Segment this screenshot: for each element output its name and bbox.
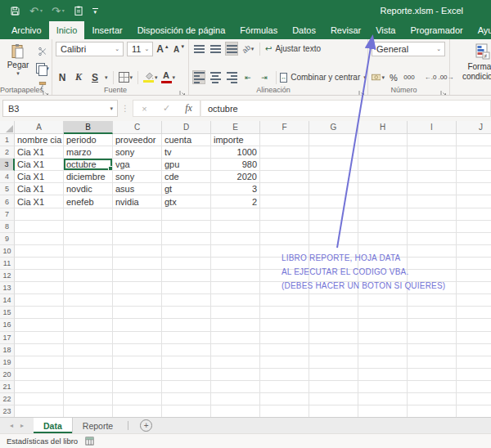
- cell-F19[interactable]: [260, 356, 309, 369]
- sheet-nav-next-icon[interactable]: ▸: [20, 422, 24, 429]
- cell-J5[interactable]: [457, 183, 491, 195]
- cell-B8[interactable]: [64, 221, 113, 233]
- paste-button[interactable]: Pegar ▾: [3, 42, 33, 77]
- cell-C10[interactable]: [113, 245, 162, 258]
- cell-E19[interactable]: [211, 356, 260, 369]
- cell-A2[interactable]: Cia X1: [15, 146, 64, 159]
- cell-A17[interactable]: [15, 332, 64, 344]
- cell-A21[interactable]: [15, 381, 64, 393]
- percent-style-button[interactable]: %: [387, 70, 400, 84]
- name-box[interactable]: B3 ▾: [2, 100, 118, 117]
- cell-F9[interactable]: [260, 233, 309, 245]
- increase-indent-button[interactable]: ⇥: [258, 70, 271, 84]
- cell-I10[interactable]: [408, 245, 457, 258]
- cell-G10[interactable]: [309, 245, 358, 258]
- cell-D1[interactable]: cuenta: [162, 134, 211, 146]
- paste-dropdown-icon[interactable]: ▾: [16, 70, 20, 77]
- cell-E14[interactable]: [211, 294, 260, 307]
- cell-E8[interactable]: [211, 221, 260, 233]
- row-header-2[interactable]: 2: [0, 146, 15, 159]
- cell-J19[interactable]: [457, 356, 491, 369]
- cell-G13[interactable]: [309, 282, 358, 294]
- column-header-I[interactable]: I: [408, 121, 457, 134]
- cell-A13[interactable]: [15, 282, 64, 294]
- cell-J1[interactable]: [457, 134, 491, 146]
- align-center-button[interactable]: [209, 70, 222, 84]
- cell-C13[interactable]: [113, 282, 162, 294]
- column-header-G[interactable]: G: [309, 121, 358, 134]
- cell-C15[interactable]: [113, 307, 162, 319]
- cell-H18[interactable]: [358, 344, 408, 356]
- cell-H19[interactable]: [358, 356, 408, 369]
- cell-C22[interactable]: [113, 393, 162, 405]
- cell-I11[interactable]: [408, 258, 457, 270]
- row-header-6[interactable]: 6: [0, 195, 15, 208]
- cell-I8[interactable]: [408, 221, 457, 233]
- row-header-7[interactable]: 7: [0, 208, 15, 221]
- cell-E20[interactable]: [211, 369, 260, 381]
- row-header-17[interactable]: 17: [0, 332, 15, 344]
- cell-J10[interactable]: [457, 245, 491, 258]
- cell-C14[interactable]: [113, 294, 162, 307]
- cell-I9[interactable]: [408, 233, 457, 245]
- cell-B1[interactable]: periodo: [64, 134, 113, 146]
- cell-H11[interactable]: [358, 258, 408, 270]
- cell-D17[interactable]: [162, 332, 211, 344]
- accounting-format-button[interactable]: ▾: [372, 70, 385, 84]
- cell-I1[interactable]: [408, 134, 457, 146]
- cell-G15[interactable]: [309, 307, 358, 319]
- cell-F15[interactable]: [260, 307, 309, 319]
- row-header-5[interactable]: 5: [0, 183, 15, 195]
- cell-J12[interactable]: [457, 270, 491, 282]
- column-header-B[interactable]: B: [64, 121, 113, 134]
- cell-C23[interactable]: [113, 405, 162, 417]
- cell-A3[interactable]: Cia X1: [15, 159, 64, 171]
- cell-G22[interactable]: [309, 393, 358, 405]
- cell-H13[interactable]: [358, 282, 408, 294]
- cell-B9[interactable]: [64, 233, 113, 245]
- cell-H17[interactable]: [358, 332, 408, 344]
- cell-B17[interactable]: [64, 332, 113, 344]
- cell-B16[interactable]: [64, 319, 113, 331]
- cell-G3[interactable]: [309, 159, 358, 171]
- cell-H5[interactable]: [358, 183, 408, 195]
- cell-D3[interactable]: gpu: [162, 159, 211, 171]
- cell-J7[interactable]: [457, 208, 491, 221]
- cell-A4[interactable]: Cia X1: [15, 171, 64, 183]
- row-header-9[interactable]: 9: [0, 233, 15, 245]
- cell-C18[interactable]: [113, 344, 162, 356]
- underline-button[interactable]: S: [88, 70, 101, 84]
- column-header-H[interactable]: H: [358, 121, 408, 134]
- cell-B5[interactable]: novdic: [64, 183, 113, 195]
- cell-C3[interactable]: vga: [113, 159, 162, 171]
- conditional-formatting-button[interactable]: ≠ Formato condicional: [453, 42, 491, 81]
- cell-G19[interactable]: [309, 356, 358, 369]
- cell-D10[interactable]: [162, 245, 211, 258]
- cell-E10[interactable]: [211, 245, 260, 258]
- customize-qat-icon[interactable]: ▾: [92, 8, 98, 14]
- column-header-C[interactable]: C: [113, 121, 162, 134]
- name-box-dropdown-icon[interactable]: ▾: [106, 105, 117, 112]
- cell-E16[interactable]: [211, 319, 260, 331]
- insert-function-icon[interactable]: fx: [178, 102, 200, 114]
- cell-G17[interactable]: [309, 332, 358, 344]
- cell-C2[interactable]: sony: [113, 146, 162, 159]
- cell-I23[interactable]: [408, 405, 457, 417]
- cell-E3[interactable]: 980: [211, 159, 260, 171]
- cell-D22[interactable]: [162, 393, 211, 405]
- cell-F17[interactable]: [260, 332, 309, 344]
- cell-I2[interactable]: [408, 146, 457, 159]
- align-bottom-button[interactable]: [225, 42, 238, 56]
- cell-A8[interactable]: [15, 221, 64, 233]
- cell-J17[interactable]: [457, 332, 491, 344]
- column-header-J[interactable]: J: [457, 121, 491, 134]
- cell-I4[interactable]: [408, 171, 457, 183]
- cell-B4[interactable]: diciembre: [64, 171, 113, 183]
- cell-E21[interactable]: [211, 381, 260, 393]
- cell-I19[interactable]: [408, 356, 457, 369]
- sheet-nav-prev-icon[interactable]: ◂: [10, 422, 13, 429]
- ribbon-tab-disposición-de-página[interactable]: Disposición de página: [130, 21, 233, 39]
- cell-H10[interactable]: [358, 245, 408, 258]
- cell-A6[interactable]: Cia X1: [15, 195, 64, 208]
- cell-B3[interactable]: octubre: [64, 159, 113, 171]
